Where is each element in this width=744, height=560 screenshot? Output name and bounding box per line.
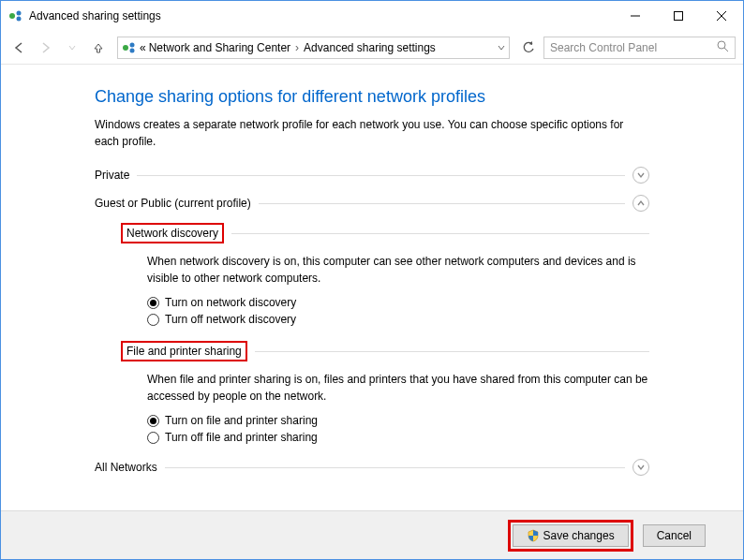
address-bar[interactable]: « Network and Sharing Center › Advanced … — [117, 37, 510, 59]
page-title: Change sharing options for different net… — [95, 87, 649, 107]
radio-label: Turn off network discovery — [165, 313, 296, 326]
recent-dropdown[interactable] — [61, 37, 83, 59]
svg-point-7 — [123, 45, 128, 51]
minimize-button[interactable] — [614, 1, 657, 31]
divider — [255, 351, 649, 352]
radio-option-fp-off[interactable]: Turn off file and printer sharing — [147, 431, 649, 444]
network-icon — [122, 40, 137, 55]
network-discovery-description: When network discovery is on, this compu… — [147, 253, 649, 287]
close-button[interactable] — [700, 1, 743, 31]
shield-icon — [527, 529, 540, 542]
divider — [165, 467, 625, 468]
address-dropdown-icon[interactable] — [498, 41, 505, 54]
subsection-file-printer-sharing: File and printer sharing When file and p… — [121, 341, 649, 444]
radio-icon[interactable] — [147, 415, 159, 427]
svg-point-10 — [718, 41, 725, 49]
section-title: Guest or Public (current profile) — [95, 197, 251, 210]
up-button[interactable] — [87, 37, 110, 59]
search-icon — [717, 40, 729, 55]
footer: Save changes Cancel — [1, 510, 743, 559]
section-title: Private — [95, 169, 129, 182]
chevron-down-icon[interactable] — [632, 459, 649, 476]
section-private: Private — [95, 167, 649, 184]
chevron-up-icon[interactable] — [632, 195, 649, 212]
cancel-button[interactable]: Cancel — [643, 524, 706, 547]
network-discovery-radio-group: Turn on network discovery Turn off netwo… — [147, 296, 649, 326]
save-changes-button[interactable]: Save changes — [513, 524, 629, 547]
section-header-private[interactable]: Private — [95, 167, 649, 184]
section-title: All Networks — [95, 461, 157, 474]
radio-label: Turn on network discovery — [165, 296, 296, 309]
app-icon — [8, 8, 23, 23]
radio-label: Turn on file and printer sharing — [165, 414, 318, 427]
svg-point-8 — [130, 42, 135, 47]
cancel-button-label: Cancel — [657, 529, 692, 542]
file-printer-sharing-title: File and printer sharing — [121, 341, 247, 361]
chevron-right-icon: › — [295, 41, 299, 54]
svg-point-1 — [17, 11, 22, 16]
search-placeholder: Search Control Panel — [550, 41, 657, 54]
maximize-button[interactable] — [657, 1, 700, 31]
section-guest-public: Guest or Public (current profile) Networ… — [95, 195, 649, 444]
svg-point-2 — [17, 17, 22, 22]
refresh-button[interactable] — [517, 37, 540, 59]
radio-option-fp-on[interactable]: Turn on file and printer sharing — [147, 414, 649, 427]
svg-rect-4 — [675, 12, 683, 21]
back-button[interactable] — [8, 37, 31, 59]
radio-option-nd-on[interactable]: Turn on network discovery — [147, 296, 649, 309]
window-title: Advanced sharing settings — [29, 9, 614, 22]
file-printer-sharing-description: When file and printer sharing is on, fil… — [147, 371, 649, 405]
radio-label: Turn off file and printer sharing — [165, 431, 318, 444]
file-printer-radio-group: Turn on file and printer sharing Turn of… — [147, 414, 649, 444]
content-area: Change sharing options for different net… — [1, 65, 743, 510]
save-button-label: Save changes — [543, 529, 615, 542]
radio-icon[interactable] — [147, 432, 159, 444]
breadcrumb-item[interactable]: Advanced sharing settings — [304, 41, 436, 54]
breadcrumb-item[interactable]: Network and Sharing Center — [149, 41, 290, 54]
section-header-guest[interactable]: Guest or Public (current profile) — [95, 195, 649, 212]
subsection-network-discovery: Network discovery When network discovery… — [121, 223, 649, 326]
navbar: « Network and Sharing Center › Advanced … — [1, 31, 743, 65]
forward-button[interactable] — [35, 37, 57, 59]
section-all-networks: All Networks — [95, 459, 649, 476]
svg-point-0 — [9, 13, 15, 19]
radio-icon[interactable] — [147, 314, 159, 326]
svg-point-9 — [130, 48, 135, 52]
divider — [259, 203, 625, 204]
window-controls — [614, 1, 743, 31]
divider — [231, 233, 649, 234]
breadcrumb-root: « — [140, 41, 146, 54]
divider — [137, 175, 625, 176]
page-description: Windows creates a separate network profi… — [95, 116, 649, 150]
svg-line-11 — [724, 48, 728, 52]
radio-icon[interactable] — [147, 297, 159, 309]
network-discovery-title: Network discovery — [121, 223, 224, 243]
search-input[interactable]: Search Control Panel — [543, 37, 736, 59]
titlebar: Advanced sharing settings — [1, 1, 743, 31]
section-header-all-networks[interactable]: All Networks — [95, 459, 649, 476]
chevron-down-icon[interactable] — [632, 167, 649, 184]
save-button-highlight: Save changes — [508, 520, 633, 552]
radio-option-nd-off[interactable]: Turn off network discovery — [147, 313, 649, 326]
